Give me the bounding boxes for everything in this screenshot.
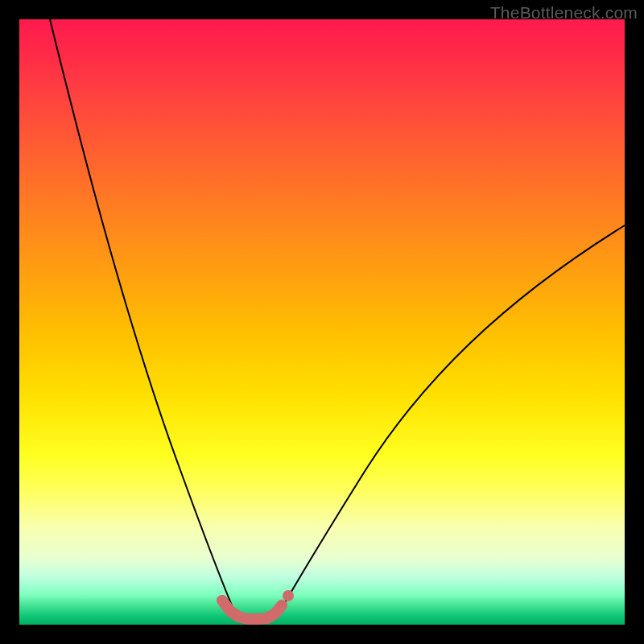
trough-end-dot [283, 590, 294, 601]
curve-right-branch [280, 225, 625, 611]
watermark-text: TheBottleneck.com [490, 3, 638, 23]
plot-area [19, 19, 625, 625]
curve-left-branch [50, 19, 243, 619]
bottleneck-curve [19, 19, 625, 625]
trough-marker [222, 601, 282, 619]
